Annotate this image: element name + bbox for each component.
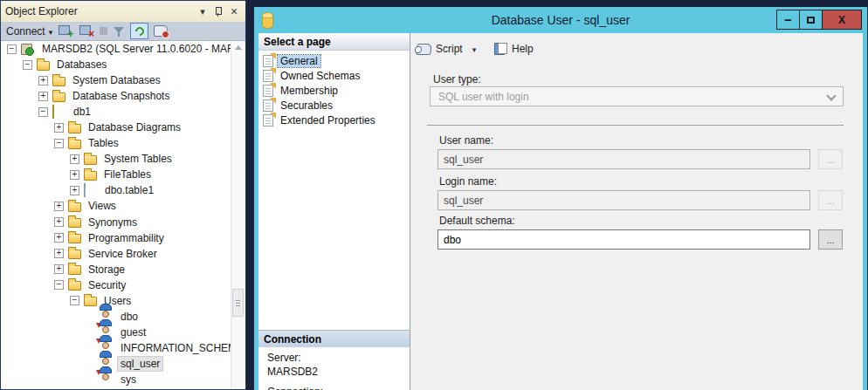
object-explorer-panel: Object Explorer Connect −MARSDB2 (SQL Se…	[0, 0, 246, 390]
folder-icon	[68, 234, 81, 243]
object-explorer-toolbar: Connect	[1, 22, 245, 41]
help-button[interactable]: Help	[494, 43, 534, 55]
folder-icon	[52, 77, 65, 86]
tree-expander[interactable]: +	[54, 123, 64, 133]
database-user-dialog: Database User - sql_user Select a page G…	[254, 7, 867, 390]
tree-label: Database Diagrams	[86, 120, 183, 134]
tree-expander[interactable]: −	[7, 44, 17, 54]
tree-label: FileTables	[101, 168, 154, 181]
default-schema-browse-button[interactable]: ...	[818, 229, 843, 250]
tree-expander[interactable]: +	[54, 202, 64, 211]
tree-row[interactable]: −Users	[2, 293, 245, 309]
tree-row-selected[interactable]: sql_user	[2, 356, 245, 372]
page-item-general[interactable]: General	[258, 53, 410, 68]
server-value: MARSDB2	[267, 365, 407, 379]
tree-expander[interactable]: +	[70, 186, 79, 195]
chevron-down-icon	[826, 91, 836, 100]
tree-row[interactable]: +Storage	[2, 262, 245, 277]
tree-row[interactable]: −db1	[2, 104, 245, 120]
folder-icon	[68, 250, 81, 259]
tree-row[interactable]: +Service Broker	[2, 246, 245, 262]
tree-row[interactable]: +Database Snapshots	[2, 88, 245, 104]
database-icon	[262, 12, 273, 29]
default-schema-field[interactable]	[437, 229, 810, 250]
page-item-owned-schemas[interactable]: Owned Schemas	[258, 68, 410, 83]
maximize-button[interactable]	[799, 10, 823, 30]
tree-row[interactable]: +dbo.table1	[2, 182, 245, 198]
tree-row[interactable]: −Security	[2, 277, 245, 293]
tree-row[interactable]: guest	[2, 325, 245, 340]
tree-row[interactable]: +Views	[2, 198, 245, 214]
tree-row[interactable]: dbo	[2, 309, 245, 325]
tree-expander[interactable]: +	[54, 217, 64, 227]
tree-expander[interactable]: −	[38, 107, 48, 117]
page-icon	[263, 70, 273, 82]
tree-expander[interactable]: +	[70, 154, 79, 164]
tree-label: sys	[118, 373, 139, 387]
folder-icon	[84, 171, 97, 181]
tree-expander[interactable]: −	[54, 280, 64, 290]
dialog-titlebar[interactable]: Database User - sql_user	[254, 7, 867, 33]
tree-label: sql_user	[118, 357, 162, 371]
tree-row[interactable]: sys	[2, 372, 245, 387]
page-icon	[263, 99, 273, 112]
folder-icon	[68, 202, 81, 212]
tree-row[interactable]: +Database Diagrams	[2, 120, 245, 135]
tree-expander[interactable]: +	[54, 233, 64, 243]
scroll-up-icon[interactable]	[231, 41, 245, 53]
default-schema-label: Default schema:	[439, 215, 515, 227]
server-label: Server:	[267, 351, 407, 365]
tree-expander[interactable]: +	[70, 170, 79, 180]
tree-row[interactable]: −MARSDB2 (SQL Server 11.0.6020 - MARSD	[2, 41, 245, 57]
tree-label: MARSDB2 (SQL Server 11.0.6020 - MARSD	[39, 42, 245, 56]
page-label: Extended Properties	[278, 114, 378, 127]
tree-expander[interactable]: −	[54, 139, 64, 148]
tree-expander[interactable]: +	[54, 264, 64, 274]
tree-expander[interactable]: +	[38, 76, 48, 86]
tree-row[interactable]: −Databases	[2, 57, 245, 72]
user-name-label: User name:	[439, 134, 493, 147]
tree-expander[interactable]: −	[23, 60, 32, 70]
folder-icon	[68, 124, 81, 133]
page-icon	[263, 85, 273, 97]
object-explorer-tree: −MARSDB2 (SQL Server 11.0.6020 - MARSD −…	[2, 41, 245, 388]
connection-section-header: Connection	[258, 330, 410, 347]
scrollbar-thumb[interactable]	[232, 289, 244, 317]
tree-row[interactable]: INFORMATION_SCHEM	[2, 340, 245, 356]
script-label: Script	[436, 43, 463, 55]
tree-expander[interactable]: +	[54, 249, 64, 258]
tree-row[interactable]: +Synonyms	[2, 215, 245, 230]
disable-script-icon[interactable]	[154, 25, 168, 37]
tree-label: Tables	[86, 136, 121, 150]
connect-label: Connect	[6, 25, 45, 38]
tree-row[interactable]: +FileTables	[2, 167, 245, 182]
connect-button[interactable]: Connect	[6, 25, 52, 38]
refresh-button[interactable]	[130, 23, 148, 39]
tree-row[interactable]: +System Tables	[2, 151, 245, 167]
tree-label: dbo.table1	[102, 183, 156, 197]
tree-row[interactable]: +System Databases	[2, 72, 245, 88]
tree-expander[interactable]: −	[70, 296, 79, 305]
connect-server-icon[interactable]	[58, 24, 73, 38]
page-item-securables[interactable]: Securables	[258, 98, 410, 113]
user-name-browse-button: ...	[818, 149, 843, 169]
minimize-button[interactable]	[776, 10, 800, 30]
script-dropdown-icon[interactable]	[472, 43, 477, 55]
database-icon	[52, 105, 54, 119]
pin-icon[interactable]	[211, 4, 225, 18]
page-item-membership[interactable]: Membership	[258, 83, 410, 98]
tree-label: System Tables	[101, 152, 175, 166]
filter-icon[interactable]	[113, 25, 125, 38]
script-button[interactable]: Script	[417, 43, 476, 55]
tree-expander[interactable]: +	[38, 92, 48, 101]
tree-row[interactable]: −Tables	[2, 135, 245, 151]
close-button[interactable]	[822, 10, 862, 30]
close-panel-icon[interactable]	[227, 4, 241, 18]
window-position-icon[interactable]	[196, 4, 210, 18]
page-item-extended-properties[interactable]: Extended Properties	[258, 113, 410, 127]
disconnect-server-icon[interactable]	[79, 24, 94, 38]
tree-scrollbar[interactable]	[231, 41, 245, 388]
folder-icon	[84, 297, 97, 306]
tree-row[interactable]: +Programmability	[2, 230, 245, 246]
pane-header: Select a page	[258, 33, 410, 51]
